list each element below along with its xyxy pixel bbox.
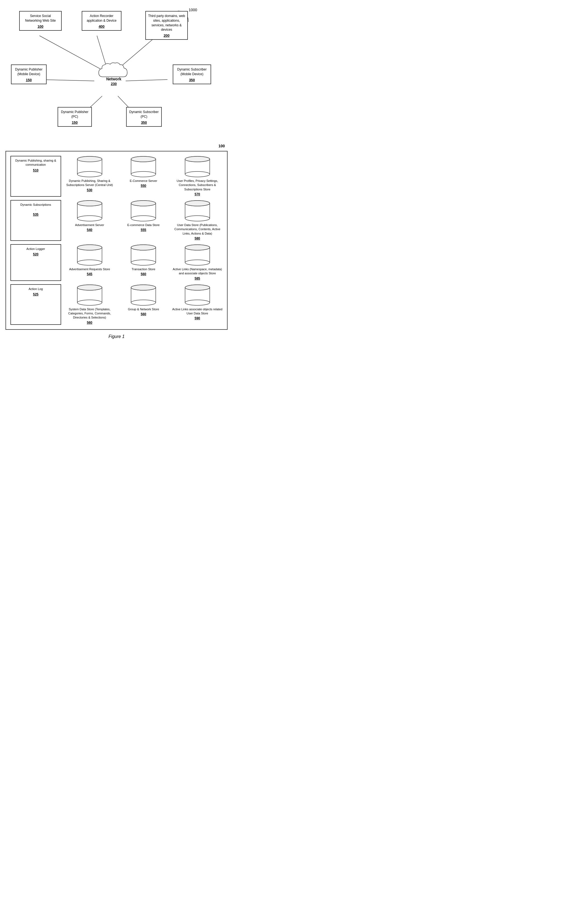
- third-party-box: Third party domains, web sites, applicat…: [145, 11, 188, 40]
- box-520-text: Action Logger: [26, 247, 45, 251]
- cylinder-550: E-Commerce Server 550: [118, 156, 169, 197]
- svg-point-57: [77, 285, 102, 290]
- dyn-pub-mob-text: Dynamic Publisher (Mobile Device): [15, 68, 43, 76]
- svg-point-32: [131, 201, 156, 206]
- svg-point-62: [131, 285, 156, 290]
- svg-point-52: [185, 245, 210, 250]
- server-box-535: Dynamic Subscriptions , 535: [10, 200, 61, 241]
- ref-100: 100: [219, 144, 225, 148]
- box-535-text: Dynamic Subscriptions: [20, 203, 51, 206]
- cyl-590-text: Active Links associate objects related U…: [172, 307, 223, 316]
- svg-point-21: [185, 172, 210, 177]
- figure-caption: Figure 1: [5, 334, 227, 339]
- dynamic-publisher-mobile-box: Dynamic Publisher (Mobile Device) 150: [11, 64, 47, 84]
- server-box-520: Action Logger 520: [10, 244, 61, 281]
- service-social-label: 100: [21, 24, 59, 29]
- ref-1000: 1000: [189, 8, 197, 12]
- network-diagram: Service Social Networking Web Site 100 A…: [5, 5, 227, 148]
- cyl-590-label: 590: [172, 316, 223, 321]
- cyl-530-label: 530: [64, 188, 115, 193]
- dyn-sub-mob-label: 350: [175, 78, 209, 82]
- cyl-540-text: Advertisement Server: [64, 223, 115, 227]
- cyl-540-label: 540: [64, 228, 115, 233]
- service-social-box: Service Social Networking Web Site 100: [19, 11, 62, 31]
- box-510-text: Dynamic Publishing, sharing & communicat…: [15, 159, 56, 166]
- svg-point-12: [77, 157, 102, 162]
- cyl-580-label: 580: [172, 236, 223, 241]
- cylinder-580: User Data Store (Publications, Communica…: [172, 200, 223, 241]
- action-recorder-text: Action Recorder application & Device: [87, 14, 117, 23]
- dynamic-publisher-pc-box: Dynamic Publisher (PC) 150: [58, 107, 92, 127]
- server-box-525: Action Log 525: [10, 284, 61, 325]
- cyl-560a-text: Transaction Store: [118, 267, 169, 271]
- network-label: 230: [90, 82, 137, 86]
- dynamic-subscriber-mobile-box: Dynamic Subscriber (Mobile Device) 350: [173, 64, 211, 84]
- cyl-550-text: E-Commerce Server: [118, 179, 169, 183]
- cyl-570-label: 570: [172, 192, 223, 197]
- cyl-560c-label: 560: [118, 312, 169, 317]
- service-social-text: Service Social Networking Web Site: [25, 14, 56, 23]
- action-recorder-box: Action Recorder application & Device 400: [82, 11, 122, 31]
- dyn-sub-mob-text: Dynamic Subscriber (Mobile Device): [177, 68, 206, 76]
- server-box-510: Dynamic Publishing, sharing & communicat…: [10, 156, 61, 197]
- cylinder-585: Active Links (Namespace, metadata) and a…: [172, 244, 223, 281]
- svg-point-67: [185, 285, 210, 290]
- network-cloud: Network 230: [90, 60, 137, 86]
- dynamic-subscriber-pc-box: Dynamic Subscriber (PC) 350: [126, 107, 162, 127]
- svg-point-36: [185, 216, 210, 221]
- cylinder-545: Advertisement Requests Store 545: [64, 244, 115, 281]
- svg-point-11: [77, 172, 102, 177]
- svg-point-26: [77, 216, 102, 221]
- svg-point-56: [77, 300, 102, 305]
- svg-point-51: [185, 260, 210, 265]
- cylinder-590: Active Links associate objects related U…: [172, 284, 223, 325]
- cyl-560a-label: 560: [118, 272, 169, 277]
- cyl-545-label: 545: [64, 272, 115, 277]
- svg-point-42: [77, 245, 102, 250]
- cylinder-560a: Transaction Store 560: [118, 244, 169, 281]
- svg-point-47: [131, 245, 156, 250]
- action-recorder-label: 400: [84, 24, 119, 29]
- svg-point-31: [131, 216, 156, 221]
- svg-point-41: [77, 260, 102, 265]
- cyl-550-label: 550: [118, 183, 169, 188]
- cyl-555-text: E-commerce Data Store: [118, 223, 169, 227]
- cyl-585-label: 585: [172, 276, 223, 281]
- svg-line-3: [39, 79, 94, 81]
- cyl-545-text: Advertisement Requests Store: [64, 267, 115, 271]
- svg-point-27: [77, 201, 102, 206]
- dyn-pub-pc-text: Dynamic Publisher (PC): [61, 110, 88, 119]
- svg-point-66: [185, 300, 210, 305]
- dyn-pub-pc-label: 150: [60, 120, 90, 125]
- cylinder-555: E-commerce Data Store 555: [118, 200, 169, 241]
- cylinder-530: Dynamic Publishing, Sharing & Subscripti…: [64, 156, 115, 197]
- third-party-label: 200: [148, 33, 186, 38]
- cyl-560b-label: 560: [64, 320, 115, 325]
- dyn-pub-mob-label: 150: [13, 78, 44, 82]
- figure-title: Figure 1: [109, 334, 125, 339]
- third-party-text: Third party domains, web sites, applicat…: [148, 14, 185, 31]
- cyl-560b-text: System Data Store (Templates, Categories…: [64, 307, 115, 320]
- cyl-580-text: User Data Store (Publications, Communica…: [172, 223, 223, 236]
- cyl-585-text: Active Links (Namespace, metadata) and a…: [172, 267, 223, 276]
- cyl-570-text: User Profiles, Privacy Settings, Connect…: [172, 179, 223, 191]
- svg-point-22: [185, 157, 210, 162]
- cyl-530-text: Dynamic Publishing, Sharing & Subscripti…: [64, 179, 115, 187]
- box-525-text: Action Log: [28, 287, 43, 290]
- svg-point-61: [131, 300, 156, 305]
- dyn-sub-pc-text: Dynamic Subscriber (PC): [129, 110, 158, 119]
- server-grid: Dynamic Publishing, sharing & communicat…: [10, 156, 223, 325]
- box-510-label: 510: [13, 168, 59, 173]
- svg-point-17: [131, 157, 156, 162]
- svg-point-16: [131, 172, 156, 177]
- box-525-label: 525: [13, 292, 59, 297]
- cylinder-540: Advertisement Server 540: [64, 200, 115, 241]
- cylinder-570: User Profiles, Privacy Settings, Connect…: [172, 156, 223, 197]
- cyl-555-label: 555: [118, 228, 169, 233]
- cylinder-560b: System Data Store (Templates, Categories…: [64, 284, 115, 325]
- cylinder-560c: Group & Network Store 560: [118, 284, 169, 325]
- diagram-container: Service Social Networking Web Site 100 A…: [5, 5, 227, 339]
- cyl-560c-text: Group & Network Store: [118, 307, 169, 311]
- network-text: Network: [90, 77, 137, 81]
- dyn-sub-pc-label: 350: [128, 120, 160, 125]
